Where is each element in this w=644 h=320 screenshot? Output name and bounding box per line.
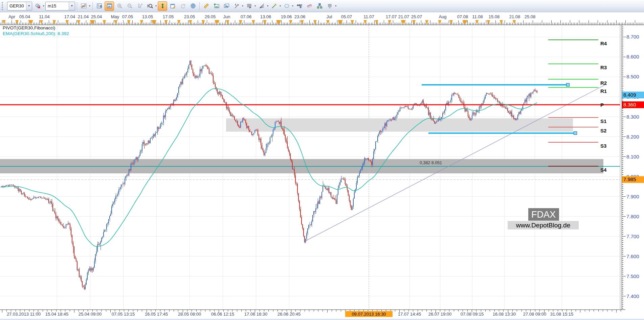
menu-button[interactable]	[325, 1, 334, 11]
cursor-add-button[interactable]	[135, 1, 145, 11]
top-axis-label: 17.05	[163, 14, 174, 19]
svg-text:ABC: ABC	[297, 4, 302, 7]
bottom-axis-label: 16.08 13:30	[493, 312, 516, 317]
ruler-button[interactable]	[201, 1, 211, 11]
globe-icon	[190, 3, 196, 9]
top-axis-label: 07.06	[241, 14, 252, 19]
ellipse-icon	[284, 3, 290, 9]
zoom-in-icon	[117, 3, 123, 9]
ema-indicator-label[interactable]: EMA(GER30.Schluß,200): 8.392	[3, 31, 69, 36]
ray-handle[interactable]	[567, 83, 570, 87]
unlink-button-dropdown[interactable]: ▾	[43, 4, 44, 7]
globe-button[interactable]	[188, 1, 198, 11]
top-axis-label: 21.08	[509, 14, 520, 19]
fan-lines-button[interactable]	[257, 1, 266, 11]
bottom-axis-label: 25.04 09:00	[79, 312, 102, 317]
bottom-axis-label: 06.06 12:15	[211, 312, 235, 317]
price-axis-label: 7.700	[626, 233, 639, 239]
zoom-out-icon	[127, 3, 133, 9]
bottom-axis-label: 27.03.2013 11:00	[7, 312, 41, 317]
add-image-button[interactable]	[212, 1, 221, 11]
pivot-label-R2: R2	[600, 80, 607, 86]
timeframe-select-value: m15	[46, 3, 69, 8]
menu-icon	[327, 3, 333, 9]
bottom-axis-label: 28.05 08:00	[178, 312, 201, 317]
svg-text:B: B	[99, 4, 102, 8]
watermark-url: www.DepotBlog.de	[516, 222, 571, 229]
bar-labels-button[interactable]: A	[105, 1, 114, 11]
pivot-label-S2: S2	[600, 128, 606, 133]
zoom-region-button[interactable]	[145, 1, 155, 11]
pivot-indicator-label[interactable]: PIVOT(GER30,Fibonacci)	[3, 25, 55, 30]
top-axis-label: 17.04	[64, 14, 75, 19]
pivot-label-S4: S4	[600, 167, 607, 173]
cursor-add-icon	[137, 3, 143, 9]
pivot-label-S1: S1	[600, 118, 606, 124]
price-axis-label: 8.300	[626, 114, 639, 120]
bottom-axis-label: 31.08 15:15	[550, 312, 574, 317]
top-axis-label: 07.08	[457, 14, 468, 19]
text-label-button[interactable]: ABC	[294, 1, 304, 11]
last-price-tag: 8.409	[622, 92, 644, 98]
ellipse-button-dropdown[interactable]: ▾	[292, 4, 293, 7]
unlink-button[interactable]	[33, 1, 42, 11]
zoom-in-button[interactable]	[115, 1, 124, 11]
ellipse-button[interactable]	[282, 1, 291, 11]
fibonacci-button-dropdown[interactable]: ▾	[254, 4, 256, 7]
zoom-out-button[interactable]	[125, 1, 134, 11]
chevron-down-icon[interactable]: ▼	[26, 2, 32, 10]
top-axis-label: 13.06	[260, 14, 271, 19]
gallery-button[interactable]	[222, 1, 231, 11]
top-axis-label: 11.08	[472, 14, 483, 19]
toolbar-grip[interactable]	[2, 2, 5, 10]
object-tree-button[interactable]	[315, 1, 324, 11]
pivot-label-P: P	[600, 102, 604, 108]
svg-text:8.360: 8.360	[623, 102, 636, 107]
fan-lines-button-dropdown[interactable]: ▾	[267, 4, 268, 7]
trendline-button[interactable]	[269, 1, 279, 11]
pivot-label-R3: R3	[600, 65, 607, 70]
price-axis-label: 8.700	[626, 34, 639, 40]
bottom-axis-label: 26.07 19:00	[428, 312, 452, 317]
pivot-label-S3: S3	[600, 143, 606, 149]
ray-handle[interactable]	[574, 131, 577, 134]
pivot-label-R4: R4	[600, 41, 607, 46]
eraser-icon	[307, 3, 312, 9]
price-axis-label: 8.500	[626, 74, 639, 79]
pitchfork-button-dropdown[interactable]: ▾	[242, 4, 243, 7]
eraser-button[interactable]	[305, 1, 314, 11]
top-axis-label: May	[111, 14, 119, 19]
chart-type-button[interactable]	[79, 1, 88, 11]
pitchfork-button[interactable]	[232, 1, 241, 11]
fibonacci-level-label: 0,382 8.051	[420, 161, 442, 165]
bar-info-button[interactable]: B	[94, 1, 104, 11]
pitchfork-icon	[234, 3, 240, 9]
window-bottom-strip	[0, 319, 644, 320]
bottom-axis-label: 26.06 20:45	[277, 312, 301, 317]
trendline-icon	[271, 3, 277, 9]
bottom-axis-label: 07.05 13:15	[112, 312, 135, 317]
top-axis-label: 11.07	[363, 14, 374, 19]
fibonacci-button[interactable]: F	[244, 1, 254, 11]
zoom-region-icon	[147, 3, 153, 9]
refresh-button[interactable]	[178, 1, 187, 11]
fit-vertical-icon	[160, 3, 165, 9]
symbol-select[interactable]: GER30▼	[7, 2, 32, 10]
fit-vertical-button[interactable]	[158, 1, 167, 11]
price-axis-label: 7.500	[626, 273, 639, 279]
chart-type-button-dropdown[interactable]: ▾	[89, 4, 90, 7]
bottom-axis-label: 15.04 18:45	[45, 312, 69, 317]
bottom-axis-label: 17.06 16:30	[244, 312, 268, 317]
refresh-icon	[180, 3, 186, 9]
gallery-icon	[224, 3, 229, 9]
menu-button-dropdown[interactable]: ▾	[335, 4, 336, 7]
add-image-icon	[214, 3, 219, 9]
chevron-down-icon[interactable]: ▼	[69, 2, 75, 10]
fan-lines-icon	[259, 3, 265, 9]
price-axis-label: 8.100	[626, 154, 639, 159]
trendline-button-dropdown[interactable]: ▾	[280, 4, 281, 7]
notes-button[interactable]	[168, 1, 177, 11]
timeframe-select[interactable]: m15▼	[45, 2, 75, 10]
notes-icon	[170, 3, 176, 9]
zoom-region-button-dropdown[interactable]: ▾	[155, 4, 157, 7]
